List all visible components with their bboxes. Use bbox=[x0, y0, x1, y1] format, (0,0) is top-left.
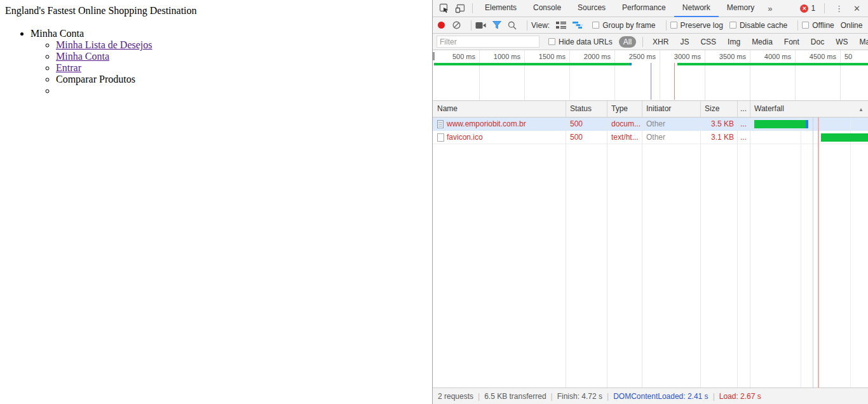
column-header-waterfall[interactable]: Waterfall bbox=[750, 101, 784, 117]
column-header-type[interactable]: Type bbox=[607, 101, 628, 117]
request-type: text/ht... bbox=[611, 131, 639, 144]
hide-data-urls-checkbox[interactable] bbox=[548, 38, 555, 45]
menu-item-wishlist: Minha Lista de Desejos bbox=[56, 39, 153, 51]
column-header-status[interactable]: Status bbox=[566, 101, 592, 117]
load-marker-line bbox=[674, 63, 675, 100]
more-tabs-icon[interactable]: » bbox=[763, 4, 777, 13]
menu-item-login: Entrar bbox=[56, 62, 153, 74]
tick-label: 2000 ms bbox=[566, 53, 611, 60]
divider bbox=[472, 3, 473, 13]
requests-count: 2 requests bbox=[438, 392, 473, 401]
devtools-panel: Elements Console Sources Performance Net… bbox=[432, 0, 868, 404]
hide-data-urls-label: Hide data URLs bbox=[559, 37, 613, 46]
tick-label-clipped: 50 bbox=[844, 53, 867, 60]
column-header-name[interactable]: Name bbox=[433, 101, 458, 117]
wishlist-link[interactable]: Minha Lista de Desejos bbox=[56, 39, 153, 50]
dcl-marker-line bbox=[813, 118, 813, 387]
tick-label: 4500 ms bbox=[792, 53, 836, 60]
overview-request-bar-tip bbox=[630, 63, 632, 65]
device-toolbar-icon[interactable] bbox=[452, 1, 468, 15]
filter-type-all[interactable]: All bbox=[619, 36, 636, 48]
error-counter[interactable]: ✕ 1 bbox=[800, 4, 815, 13]
request-name[interactable]: www.emporiobit.com.br bbox=[447, 118, 526, 131]
filter-type-xhr[interactable]: XHR bbox=[653, 37, 668, 46]
offline-label: Offline bbox=[812, 21, 834, 30]
network-toolbar: View: Group by frame Preserve log Disabl… bbox=[433, 17, 868, 34]
group-by-frame-checkbox[interactable] bbox=[592, 22, 599, 29]
request-row-document[interactable]: www.emporiobit.com.br 500 docum... Other… bbox=[433, 118, 868, 131]
search-icon[interactable] bbox=[508, 18, 517, 32]
error-count: 1 bbox=[811, 4, 815, 13]
show-overview-icon[interactable] bbox=[573, 18, 583, 32]
tab-network[interactable]: Network bbox=[674, 0, 719, 17]
tab-elements[interactable]: Elements bbox=[477, 0, 525, 17]
tick-label: 1000 ms bbox=[476, 53, 520, 60]
close-icon[interactable]: ✕ bbox=[850, 4, 868, 13]
request-initiator[interactable]: Other bbox=[646, 131, 665, 144]
filter-type-ws[interactable]: WS bbox=[836, 37, 848, 46]
network-overview-timeline[interactable]: 500 ms 1000 ms 1500 ms 2000 ms 2500 ms 3… bbox=[433, 50, 868, 101]
inspect-element-icon[interactable] bbox=[437, 1, 452, 15]
filter-type-css[interactable]: CSS bbox=[700, 37, 716, 46]
tick-label: 4000 ms bbox=[747, 53, 791, 60]
filter-input[interactable] bbox=[437, 36, 539, 48]
request-time: ... bbox=[737, 118, 750, 131]
filter-type-doc[interactable]: Doc bbox=[811, 37, 824, 46]
devtools-menu-icon[interactable]: ⋮ bbox=[829, 4, 850, 13]
finish-time: Finish: 4.72 s bbox=[557, 392, 602, 401]
file-icon bbox=[437, 133, 444, 142]
overview-grip[interactable] bbox=[433, 52, 435, 60]
filter-type-manifest[interactable]: Manifest bbox=[860, 37, 868, 46]
column-header-size[interactable]: Size bbox=[700, 101, 719, 117]
filter-type-media[interactable]: Media bbox=[752, 37, 773, 46]
filter-funnel-icon[interactable] bbox=[492, 18, 501, 32]
account-menu: Minha Conta Minha Lista de Desejos Minha… bbox=[5, 23, 153, 97]
request-status: 500 bbox=[570, 131, 583, 144]
tick-label: 2500 ms bbox=[611, 53, 656, 60]
network-status-bar: 2 requests | 6.5 KB transferred | Finish… bbox=[433, 387, 868, 404]
login-link[interactable]: Entrar bbox=[56, 62, 81, 73]
browser-page: England's Fastest Online Shopping Destin… bbox=[0, 0, 432, 404]
tab-performance[interactable]: Performance bbox=[614, 0, 674, 17]
tab-memory[interactable]: Memory bbox=[719, 0, 763, 17]
offline-checkbox[interactable] bbox=[802, 22, 809, 29]
request-size: 3.1 KB bbox=[700, 131, 734, 144]
filter-type-font[interactable]: Font bbox=[784, 37, 799, 46]
throttling-dropdown[interactable]: Online bbox=[841, 21, 863, 30]
request-name[interactable]: favicon.ico bbox=[447, 131, 483, 144]
request-size: 3.5 KB bbox=[700, 118, 734, 131]
menu-item-empty bbox=[56, 85, 153, 97]
divider bbox=[527, 20, 527, 30]
sort-ascending-icon[interactable]: ▲ bbox=[858, 107, 864, 112]
large-rows-icon[interactable] bbox=[556, 18, 566, 32]
tab-console[interactable]: Console bbox=[525, 0, 569, 17]
filter-type-js[interactable]: JS bbox=[680, 37, 689, 46]
request-row-favicon[interactable]: favicon.ico 500 text/ht... Other 3.1 KB … bbox=[433, 131, 868, 144]
clear-icon[interactable] bbox=[452, 18, 461, 32]
disable-cache-checkbox[interactable] bbox=[729, 22, 736, 29]
devtools-tabbar: Elements Console Sources Performance Net… bbox=[433, 0, 868, 17]
column-header-initiator[interactable]: Initiator bbox=[642, 101, 671, 117]
overview-request-bar-document bbox=[434, 63, 630, 65]
document-icon bbox=[437, 120, 444, 128]
account-link[interactable]: Minha Conta bbox=[56, 51, 109, 62]
column-header-time[interactable]: ... bbox=[737, 101, 750, 117]
request-type: docum... bbox=[611, 118, 641, 131]
error-icon: ✕ bbox=[800, 4, 808, 13]
preserve-log-label: Preserve log bbox=[681, 21, 723, 30]
divider bbox=[666, 20, 667, 30]
record-icon[interactable] bbox=[438, 22, 445, 29]
load-marker-line bbox=[818, 118, 819, 387]
waterfall-bar-favicon[interactable] bbox=[821, 133, 868, 142]
tab-sources[interactable]: Sources bbox=[569, 0, 614, 17]
menu-item-compare: Comparar Produtos bbox=[56, 74, 153, 85]
request-initiator[interactable]: Other bbox=[646, 118, 665, 131]
screenshot-camera-icon[interactable] bbox=[475, 18, 486, 32]
waterfall-bar-document[interactable] bbox=[754, 120, 806, 128]
divider bbox=[471, 20, 471, 30]
overview-request-bar-favicon bbox=[677, 63, 868, 65]
menu-root-label: Minha Conta bbox=[31, 28, 84, 39]
request-time: ... bbox=[737, 131, 750, 144]
preserve-log-checkbox[interactable] bbox=[670, 22, 677, 29]
filter-type-img[interactable]: Img bbox=[728, 37, 740, 46]
